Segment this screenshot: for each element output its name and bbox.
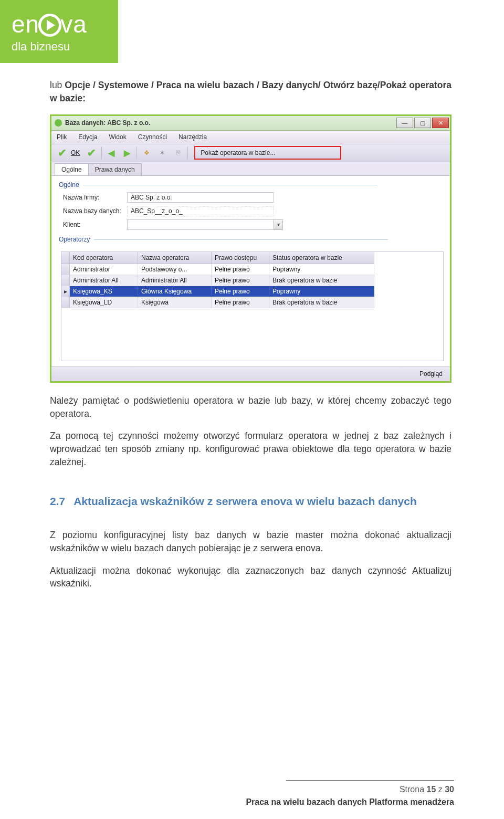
table-cell: Administrator: [70, 264, 138, 275]
label-klient: Klient:: [59, 221, 127, 228]
table-cell: Administrator All: [138, 275, 212, 286]
row-marker: [61, 297, 70, 308]
paragraph-1: Należy pamiętać o podświetleniu operator…: [50, 394, 452, 421]
intro-bold-path: Opcje / Systemowe / Praca na wielu bazac…: [50, 80, 452, 103]
table-cell: Pełne prawo: [212, 297, 269, 308]
maximize-button[interactable]: ▢: [414, 118, 431, 128]
table-cell: Księgowa_LD: [70, 297, 138, 308]
table-cell: Pełne prawo: [212, 286, 269, 297]
paragraph-3: Z poziomu konfiguracyjnej listy baz dany…: [50, 529, 452, 555]
menu-plik[interactable]: Plik: [57, 133, 67, 141]
forward-icon[interactable]: ▶: [121, 146, 133, 159]
table-blank-area: [61, 308, 443, 361]
heading-text: Aktualizacja wskaźników z serwera enova …: [74, 495, 417, 507]
tab-row: Ogólne Prawa danych: [51, 162, 450, 176]
groupbox-ogolne-label: Ogólne: [59, 181, 443, 188]
tab-ogolne[interactable]: Ogólne: [55, 163, 89, 175]
table-row[interactable]: Księgowa_LDKsięgowaPełne prawoBrak opera…: [61, 297, 443, 308]
brand-logo: enva dla biznesu: [0, 0, 118, 63]
titlebar: Baza danych: ABC Sp. z o.o. ― ▢ ✕: [51, 116, 450, 131]
table-row[interactable]: AdministratorPodstawowy o...Pełne prawoP…: [61, 264, 443, 275]
input-klient[interactable]: [127, 219, 274, 230]
menu-czynnosci[interactable]: Czynności: [138, 133, 167, 141]
play-icon: [38, 14, 61, 37]
table-cell: Brak operatora w bazie: [269, 297, 374, 308]
toolbar-separator: [136, 146, 137, 159]
label-nazwa-firmy: Nazwa firmy:: [59, 194, 127, 201]
menu-narzedzia[interactable]: Narzędzia: [178, 133, 207, 141]
menu-edycja[interactable]: Edycja: [78, 133, 97, 141]
page-total: 30: [445, 785, 454, 794]
col-status[interactable]: Status operatora w bazie: [269, 252, 374, 264]
table-corner: [61, 252, 70, 264]
table-cell: Księgowa_KS: [70, 286, 138, 297]
highlighted-action[interactable]: Pokaż operatora w bazie...: [194, 146, 341, 160]
groupbox-operatorzy-label: Operatorzy: [59, 236, 443, 243]
row-marker: [61, 264, 70, 275]
table-header-row: Kod operatora Nazwa operatora Prawo dost…: [61, 252, 443, 264]
intro-prefix: lub: [50, 80, 65, 90]
window-footer: Podgląd: [51, 366, 450, 381]
row-marker: ▸: [61, 286, 70, 297]
window-title: Baza danych: ABC Sp. z o.o.: [65, 119, 396, 127]
ok-check-icon[interactable]: ✔: [56, 146, 69, 159]
tool-icon-2[interactable]: ✶: [156, 146, 169, 159]
toolbar-separator: [187, 146, 188, 159]
tool-icon-1[interactable]: ❖: [140, 146, 153, 159]
app-window: Baza danych: ABC Sp. z o.o. ― ▢ ✕ Plik E…: [50, 114, 452, 383]
toolbar: ✔ OK ✔ ◀ ▶ ❖ ✶ ⎘ Pokaż operatora w bazie…: [51, 144, 450, 162]
input-nazwa-firmy[interactable]: ABC Sp. z o.o.: [127, 192, 274, 203]
doc-title: Praca na wielu bazach danych Platforma m…: [246, 796, 454, 808]
app-icon: [55, 119, 62, 127]
input-nazwa-bazy[interactable]: ABC_Sp__z_o_o_: [127, 206, 274, 216]
table-row[interactable]: Administrator AllAdministrator AllPełne …: [61, 275, 443, 286]
row-marker: [61, 275, 70, 286]
table-cell: Brak operatora w bazie: [269, 275, 374, 286]
label-nazwa-bazy: Nazwa bazy danych:: [59, 207, 127, 215]
intro-paragraph: lub Opcje / Systemowe / Praca na wielu b…: [50, 79, 452, 105]
table-cell: Księgowa: [138, 297, 212, 308]
col-kod-operatora[interactable]: Kod operatora: [70, 252, 138, 264]
tab-prawa-danych[interactable]: Prawa danych: [88, 163, 142, 175]
section-heading: 2.7Aktualizacja wskaźników z serwera eno…: [50, 495, 452, 508]
paragraph-2: Za pomocą tej czynności możemy otworzyć …: [50, 429, 452, 469]
highlighted-action-label: Pokaż operatora w bazie...: [201, 149, 275, 156]
minimize-button[interactable]: ―: [396, 118, 413, 128]
table-cell: Podstawowy o...: [138, 264, 212, 275]
apply-check-icon[interactable]: ✔: [85, 146, 98, 159]
table-cell: Pełne prawo: [212, 264, 269, 275]
logo-subtitle: dla biznesu: [12, 40, 107, 54]
close-button[interactable]: ✕: [432, 118, 449, 128]
table-cell: Poprawny: [269, 286, 374, 297]
podglad-button[interactable]: Podgląd: [419, 370, 443, 377]
menu-widok[interactable]: Widok: [109, 133, 126, 141]
table-row[interactable]: ▸Księgowa_KSGłówna KsięgowaPełne prawoPo…: [61, 286, 443, 297]
klient-dropdown-icon[interactable]: ▾: [274, 219, 283, 230]
page-current: 15: [427, 785, 436, 794]
table-cell: Główna Księgowa: [138, 286, 212, 297]
paragraph-4: Aktualizacji można dokonać wykonując dla…: [50, 564, 452, 591]
page-prefix: Strona: [400, 785, 427, 794]
tool-icon-3[interactable]: ⎘: [172, 146, 184, 159]
page-mid: z: [436, 785, 445, 794]
table-cell: Administrator All: [70, 275, 138, 286]
table-cell: Pełne prawo: [212, 275, 269, 286]
back-icon[interactable]: ◀: [105, 146, 118, 159]
logo-text-a: en: [12, 10, 39, 38]
table-cell: Poprawny: [269, 264, 374, 275]
ok-label[interactable]: OK: [71, 149, 80, 156]
col-prawo-dostepu[interactable]: Prawo dostępu: [212, 252, 269, 264]
page-footer: Strona 15 z 30 Praca na wielu bazach dan…: [246, 783, 454, 808]
toolbar-separator: [101, 146, 102, 159]
footer-separator: [286, 780, 454, 781]
menu-bar: Plik Edycja Widok Czynności Narzędzia: [51, 131, 450, 144]
logo-text-b: va: [60, 10, 87, 38]
col-nazwa-operatora[interactable]: Nazwa operatora: [138, 252, 212, 264]
heading-number: 2.7: [50, 495, 65, 507]
operators-table: Kod operatora Nazwa operatora Prawo dost…: [61, 251, 444, 361]
